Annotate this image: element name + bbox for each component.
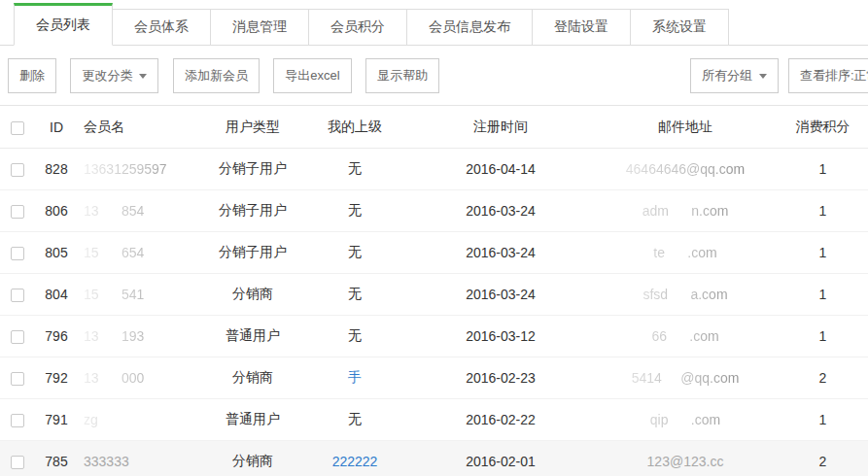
row-checkbox[interactable] — [11, 163, 24, 177]
member-table: ID 会员名 用户类型 我的上级 注册时间 邮件地址 消费积分 828 1363… — [0, 105, 868, 476]
username-cell: 13 000 — [78, 357, 204, 399]
row-checkbox[interactable] — [11, 205, 24, 219]
header-id: ID — [35, 106, 78, 149]
email-cell: 66 .com — [593, 316, 778, 357]
table-row: 804 15 541 分销商 无 2016-03-24 sfsd a.com 1 — [0, 274, 868, 316]
delete-button-label: 删除 — [19, 67, 45, 85]
register-date-cell: 2016-02-01 — [408, 441, 593, 476]
points-cell: 1 — [778, 149, 868, 190]
username-cell: 15 654 — [78, 232, 204, 274]
table-row: 796 13 193 普通用户 无 2016-03-12 66 .com 1 — [0, 316, 868, 357]
header-upline: 我的上级 — [301, 106, 408, 149]
tab-member-list[interactable]: 会员列表 — [14, 3, 113, 46]
member-id-cell: 804 — [35, 274, 78, 316]
upline-cell: 无 — [301, 274, 408, 316]
chevron-down-icon — [759, 74, 767, 79]
username-cell: zg — [78, 399, 204, 441]
upline-link[interactable]: 手 — [301, 357, 408, 399]
username-cell: 15 541 — [78, 274, 204, 316]
select-all-checkbox[interactable] — [11, 121, 24, 135]
email-cell: 123@123.cc — [593, 441, 778, 476]
delete-button[interactable]: 删除 — [8, 58, 56, 93]
upline-cell: 无 — [301, 399, 408, 441]
user-type-cell: 分销子用户 — [204, 232, 301, 274]
header-user-type: 用户类型 — [204, 106, 301, 149]
show-help-button[interactable]: 显示帮助 — [365, 58, 439, 93]
row-checkbox[interactable] — [11, 247, 24, 260]
points-cell: 1 — [778, 232, 868, 274]
points-cell: 2 — [778, 357, 868, 399]
member-id-cell: 796 — [35, 316, 78, 357]
register-date-cell: 2016-03-24 — [408, 190, 593, 232]
user-type-cell: 分销商 — [204, 357, 301, 399]
points-cell: 1 — [778, 190, 868, 232]
email-cell: adm n.com — [593, 190, 778, 232]
points-cell: 1 — [778, 316, 868, 357]
register-date-cell: 2016-04-14 — [408, 149, 593, 190]
tab-system-settings[interactable]: 系统设置 — [631, 9, 729, 46]
register-date-cell: 2016-03-24 — [408, 274, 593, 316]
upline-cell: 无 — [301, 190, 408, 232]
user-type-cell: 分销子用户 — [204, 149, 301, 190]
row-checkbox[interactable] — [11, 330, 24, 344]
table-row: 791 zg 普通用户 无 2016-02-22 qip .com 1 — [0, 399, 868, 441]
chevron-down-icon — [139, 74, 147, 79]
tab-member-points[interactable]: 会员积分 — [309, 9, 407, 46]
member-id-cell: 805 — [35, 232, 78, 274]
user-type-cell: 普通用户 — [204, 316, 301, 357]
username-cell: 333333 — [78, 441, 204, 476]
tab-member-info-publish[interactable]: 会员信息发布 — [407, 9, 533, 46]
register-date-cell: 2016-02-22 — [408, 399, 593, 441]
points-cell: 1 — [778, 274, 868, 316]
table-row: 792 13 000 分销商 手 2016-02-23 5414 @qq.com… — [0, 357, 868, 399]
tab-bar: 会员列表 会员体系 消息管理 会员积分 会员信息发布 登陆设置 系统设置 — [0, 0, 868, 46]
all-groups-dropdown[interactable]: 所有分组 — [690, 58, 779, 93]
member-id-cell: 791 — [35, 399, 78, 441]
change-category-dropdown[interactable]: 更改分类 — [70, 58, 158, 93]
email-cell: 5414 @qq.com — [593, 357, 778, 399]
user-type-cell: 分销商 — [204, 274, 301, 316]
username-cell: 13631259597 — [78, 149, 204, 190]
sort-order-button[interactable]: 查看排序:正常排序 — [788, 58, 868, 93]
member-id-cell: 792 — [35, 357, 78, 399]
upline-cell: 无 — [301, 149, 408, 190]
table-header-row: ID 会员名 用户类型 我的上级 注册时间 邮件地址 消费积分 — [0, 106, 868, 149]
username-cell: 13 854 — [78, 190, 204, 232]
points-cell: 1 — [778, 399, 868, 441]
export-excel-button[interactable]: 导出excel — [273, 58, 351, 93]
export-excel-label: 导出excel — [285, 67, 339, 85]
user-type-cell: 分销子用户 — [204, 190, 301, 232]
row-checkbox[interactable] — [11, 414, 24, 427]
tab-message-management[interactable]: 消息管理 — [211, 9, 309, 46]
upline-link[interactable]: 222222 — [301, 441, 408, 476]
add-member-label: 添加新会员 — [185, 67, 248, 85]
toolbar: 删除 更改分类 添加新会员 导出excel 显示帮助 所有分组 查看排序:正常排… — [0, 46, 868, 105]
register-date-cell: 2016-02-23 — [408, 357, 593, 399]
all-groups-label: 所有分组 — [702, 67, 752, 85]
row-checkbox[interactable] — [11, 289, 24, 302]
sort-order-label: 查看排序:正常排序 — [800, 67, 868, 85]
user-type-cell: 分销商 — [204, 441, 301, 476]
table-row: 785 333333 分销商 222222 2016-02-01 123@123… — [0, 441, 868, 476]
member-id-cell: 785 — [35, 441, 78, 476]
add-member-button[interactable]: 添加新会员 — [173, 58, 260, 93]
header-register-date: 注册时间 — [408, 106, 593, 149]
register-date-cell: 2016-03-24 — [408, 232, 593, 274]
toolbar-right-group: 所有分组 查看排序:正常排序 — [690, 58, 868, 93]
header-username: 会员名 — [78, 106, 204, 149]
upline-cell: 无 — [301, 232, 408, 274]
row-checkbox[interactable] — [11, 372, 24, 386]
header-points: 消费积分 — [778, 106, 868, 149]
table-row: 828 13631259597 分销子用户 无 2016-04-14 46464… — [0, 149, 868, 190]
tab-login-settings[interactable]: 登陆设置 — [533, 9, 631, 46]
change-category-label: 更改分类 — [82, 67, 132, 85]
member-id-cell: 806 — [35, 190, 78, 232]
email-cell: te .com — [593, 232, 778, 274]
member-admin-panel: 会员列表 会员体系 消息管理 会员积分 会员信息发布 登陆设置 系统设置 删除 … — [0, 0, 868, 476]
email-cell: qip .com — [593, 399, 778, 441]
member-id-cell: 828 — [35, 149, 78, 190]
tab-member-system[interactable]: 会员体系 — [113, 9, 211, 46]
row-checkbox[interactable] — [11, 456, 24, 469]
table-row: 806 13 854 分销子用户 无 2016-03-24 adm n.com … — [0, 190, 868, 232]
register-date-cell: 2016-03-12 — [408, 316, 593, 357]
